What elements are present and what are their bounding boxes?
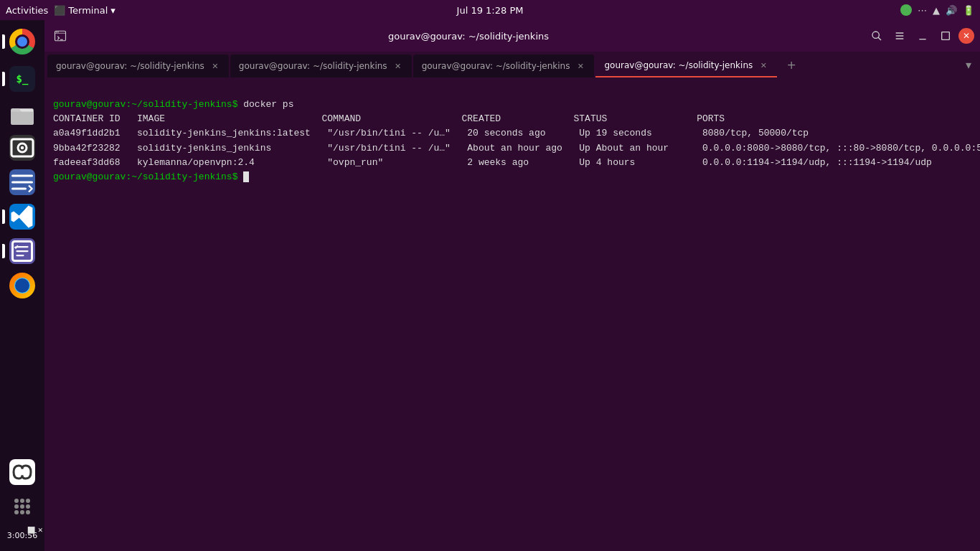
dock-item-editor[interactable]	[6, 166, 38, 198]
tab-add-button[interactable]: +	[781, 55, 801, 75]
table-headers: CONTAINER ID IMAGE COMMAND CREATED STATU…	[53, 113, 980, 124]
wifi-icon: ▲	[933, 5, 940, 16]
svg-rect-10	[942, 32, 950, 40]
grid-dot	[14, 499, 19, 503]
grid-dot	[20, 499, 24, 503]
grid-dot	[20, 510, 24, 514]
dock-item-infinity[interactable]	[6, 456, 38, 488]
dock: $_	[0, 20, 44, 551]
terminal-title: gourav@gourav: ~/solidity-jenkins	[73, 31, 864, 42]
dock-item-firefox[interactable]	[6, 270, 38, 301]
dock-item-chrome[interactable]	[6, 26, 38, 57]
tab-1[interactable]: gourav@gourav: ~/solidity-jenkins ✕	[47, 55, 229, 77]
close-button[interactable]: ✕	[958, 28, 974, 44]
terminal-content[interactable]: gourav@gourav:~/solidity-jenkins$ docker…	[44, 77, 980, 551]
grid-dot	[20, 504, 24, 509]
grid-dot	[26, 504, 30, 509]
dock-app-grid[interactable]	[6, 491, 38, 522]
svg-point-8	[57, 32, 59, 33]
more-icon[interactable]: ⋯	[918, 5, 927, 16]
terminal-window: gourav@gourav: ~/solidity-jenkins	[44, 20, 980, 551]
tab-1-close[interactable]: ✕	[210, 61, 220, 71]
terminal-output: gourav@gourav:~/solidity-jenkins$ docker…	[53, 83, 971, 199]
tab-3-label: gourav@gourav: ~/solidity-jenkins	[422, 61, 570, 71]
tab-2-close[interactable]: ✕	[393, 61, 403, 71]
editor-icon	[9, 169, 35, 195]
search-button[interactable]	[867, 26, 887, 46]
system-bar: Activities ⬛ Terminal ▾ Jul 19 1:28 PM ⋯…	[0, 0, 980, 20]
row3-id: fadeeaf3dd68 kylemanna/openvpn:2.4 "ovpn…	[53, 157, 980, 168]
grid-dot	[14, 504, 19, 509]
terminal-cursor	[243, 171, 249, 182]
battery-icon: 🔋	[963, 5, 974, 16]
svg-point-4	[21, 146, 24, 150]
chrome-icon	[9, 29, 35, 55]
maximize-button[interactable]	[936, 26, 956, 46]
checklist-icon	[9, 238, 35, 264]
svg-rect-1	[11, 112, 34, 125]
dock-item-terminal[interactable]: $_	[6, 63, 38, 95]
system-datetime: Jul 19 1:28 PM	[457, 5, 524, 16]
grid-dot	[26, 510, 30, 514]
dock-item-checklist[interactable]	[6, 235, 38, 267]
activities-button[interactable]: Activities	[6, 5, 48, 16]
tab-dropdown-button[interactable]: ▾	[960, 58, 977, 72]
screenshot-icon	[9, 135, 35, 161]
row2-id: 9bba42f23282 solidity-jenkins_jenkins "/…	[53, 143, 980, 154]
sound-icon: 🔊	[946, 5, 957, 16]
prompt-2: gourav@gourav:~/solidity-jenkins$	[53, 171, 237, 182]
tab-4-close[interactable]: ✕	[758, 60, 768, 70]
terminal-menu-label: Terminal	[68, 5, 108, 16]
cmd-1: docker ps	[237, 99, 293, 110]
grid-dot	[26, 499, 30, 503]
files-icon	[9, 100, 35, 126]
tab-4-label: gourav@gourav: ~/solidity-jenkins	[604, 60, 753, 70]
terminal-titlebar-icon	[50, 26, 70, 46]
dock-clock-icons: ⬜ ✕	[27, 527, 43, 534]
grid-dot	[14, 510, 19, 514]
row1-id: a0a49f1dd2b1 solidity-jenkins_jenkins:la…	[53, 128, 980, 138]
terminal-icon: $_	[9, 66, 35, 92]
tab-4[interactable]: gourav@gourav: ~/solidity-jenkins ✕	[595, 55, 777, 77]
terminal-menu-chevron: ▾	[110, 5, 116, 16]
cursor-area	[237, 171, 249, 182]
firefox-icon	[9, 273, 35, 298]
terminal-menu-icon: ⬛	[54, 5, 65, 16]
dock-item-screenshot[interactable]	[6, 132, 38, 164]
clock-icon-1[interactable]: ⬜	[27, 527, 35, 534]
terminal-menu[interactable]: ⬛ Terminal ▾	[54, 5, 115, 16]
terminal-tabs: gourav@gourav: ~/solidity-jenkins ✕ gour…	[44, 52, 980, 77]
vscode-icon	[9, 204, 35, 230]
prompt-1: gourav@gourav:~/solidity-jenkins$	[53, 99, 237, 110]
tab-3-close[interactable]: ✕	[575, 61, 585, 71]
dock-item-vscode[interactable]	[6, 201, 38, 232]
tab-3[interactable]: gourav@gourav: ~/solidity-jenkins ✕	[413, 55, 595, 77]
menu-button[interactable]	[890, 26, 910, 46]
terminal-titlebar: gourav@gourav: ~/solidity-jenkins	[44, 20, 980, 52]
svg-point-9	[872, 32, 879, 38]
dock-item-files[interactable]	[6, 98, 38, 129]
status-green-icon	[900, 4, 912, 16]
dock-clock: 3:00:56 ⬜ ✕	[0, 525, 44, 545]
infinity-icon	[9, 459, 35, 485]
clock-icon-2[interactable]: ✕	[37, 527, 43, 534]
minimize-button[interactable]	[913, 26, 933, 46]
svg-point-7	[56, 32, 57, 33]
tab-1-label: gourav@gourav: ~/solidity-jenkins	[56, 61, 204, 71]
tab-2[interactable]: gourav@gourav: ~/solidity-jenkins ✕	[230, 55, 412, 77]
titlebar-controls: ✕	[867, 26, 974, 46]
tab-2-label: gourav@gourav: ~/solidity-jenkins	[239, 61, 387, 71]
